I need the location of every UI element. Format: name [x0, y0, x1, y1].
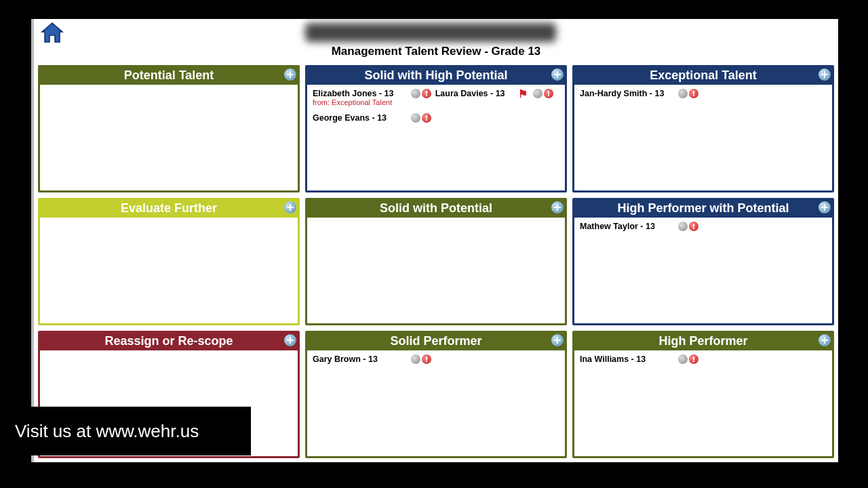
status-dot-alert-icon[interactable]: [689, 222, 698, 231]
status-dot-alert-icon[interactable]: [689, 354, 698, 364]
cell-body[interactable]: Jan-Hardy Smith - 13: [574, 85, 832, 116]
cell-body[interactable]: Elizabeth Jones - 13from: Exceptional Ta…: [307, 85, 565, 140]
cell-header: Exceptional Talent: [574, 67, 832, 85]
page-title: Management Talent Review - Grade 13: [34, 45, 838, 58]
top-bar: Management Talent Review - Grade 13: [34, 19, 838, 60]
cell-header: Evaluate Further: [40, 200, 298, 218]
cell-exceptional-talent: Exceptional TalentJan-Hardy Smith - 13: [572, 65, 834, 192]
status-dot-grey-icon[interactable]: [533, 89, 542, 98]
video-caption: Visit us at www.wehr.us: [0, 407, 251, 455]
flag-icon: ⚑: [518, 87, 528, 100]
person-entry[interactable]: Gary Brown - 13: [313, 354, 431, 378]
person-entry[interactable]: George Evans - 13: [313, 113, 431, 136]
person-name: Jan-Hardy Smith - 13: [580, 89, 674, 98]
add-icon[interactable]: [818, 201, 831, 214]
status-icons: [678, 354, 698, 364]
cell-header: Solid with High Potential: [307, 67, 565, 85]
cell-solid-performer: Solid PerformerGary Brown - 13: [305, 331, 567, 458]
cell-potential-talent: Potential Talent: [38, 65, 300, 192]
status-dot-grey-icon[interactable]: [678, 222, 688, 231]
add-icon[interactable]: [284, 201, 296, 214]
add-icon[interactable]: [551, 201, 564, 214]
cell-body[interactable]: Ina Williams - 13: [574, 350, 832, 382]
person-name: Gary Brown - 13: [313, 354, 407, 364]
person-name: Ina Williams - 13: [580, 354, 674, 364]
person-name: George Evans - 13: [313, 113, 407, 123]
status-dot-alert-icon[interactable]: [689, 89, 698, 98]
person-entry[interactable]: Mathew Taylor - 13: [580, 222, 698, 245]
status-dot-grey-icon[interactable]: [411, 354, 420, 364]
add-icon[interactable]: [284, 68, 296, 81]
person-note: from: Exceptional Talent: [313, 98, 407, 106]
person-name: Mathew Taylor - 13: [580, 222, 674, 231]
cell-body[interactable]: Mathew Taylor - 13: [574, 218, 832, 249]
add-icon[interactable]: [551, 68, 564, 81]
app-frame: Management Talent Review - Grade 13 Pote…: [31, 19, 838, 462]
cell-high-performer: High PerformerIna Williams - 13: [572, 331, 834, 458]
status-dot-alert-icon[interactable]: [544, 89, 553, 98]
home-icon[interactable]: [39, 20, 65, 46]
cell-evaluate-further: Evaluate Further: [38, 198, 300, 325]
person-entry[interactable]: Elizabeth Jones - 13from: Exceptional Ta…: [313, 89, 431, 112]
cell-header: Solid Performer: [307, 333, 565, 350]
status-dot-grey-icon[interactable]: [678, 89, 688, 98]
status-icons: [411, 113, 431, 123]
cell-body[interactable]: [307, 218, 565, 226]
cell-header: Potential Talent: [40, 67, 298, 85]
add-icon[interactable]: [551, 334, 564, 346]
blurred-header-area: [305, 23, 556, 42]
cell-solid-high-potential: Solid with High PotentialElizabeth Jones…: [305, 65, 567, 192]
person-entry[interactable]: Jan-Hardy Smith - 13: [580, 89, 698, 112]
person-entry[interactable]: Ina Williams - 13: [580, 354, 698, 378]
cell-body[interactable]: [40, 218, 298, 226]
status-dot-grey-icon[interactable]: [678, 354, 688, 364]
status-dot-grey-icon[interactable]: [411, 89, 420, 98]
cell-header: Reassign or Re-scope: [40, 333, 298, 350]
cell-body[interactable]: [40, 85, 298, 93]
cell-header: High Performer with Potential: [574, 200, 832, 218]
status-icons: [533, 89, 553, 98]
person-entry[interactable]: Laura Davies - 13⚑: [435, 89, 554, 112]
nine-box-grid: Potential TalentSolid with High Potentia…: [38, 65, 834, 458]
status-icons: [411, 354, 431, 364]
cell-solid-with-potential: Solid with Potential: [305, 198, 567, 325]
cell-body[interactable]: [40, 350, 298, 359]
add-icon[interactable]: [818, 334, 831, 346]
status-dot-alert-icon[interactable]: [422, 113, 431, 123]
cell-high-performer-potential: High Performer with PotentialMathew Tayl…: [572, 198, 834, 325]
status-icons: [678, 89, 698, 98]
cell-body[interactable]: Gary Brown - 13: [307, 350, 565, 382]
person-name: Elizabeth Jones - 13: [313, 89, 407, 98]
person-name: Laura Davies - 13: [435, 89, 530, 98]
status-dot-alert-icon[interactable]: [422, 354, 431, 364]
cell-header: Solid with Potential: [307, 200, 565, 218]
add-icon[interactable]: [284, 334, 296, 346]
cell-header: High Performer: [574, 333, 832, 350]
add-icon[interactable]: [818, 68, 831, 81]
caption-text: Visit us at www.wehr.us: [15, 421, 199, 442]
status-icons: [411, 89, 431, 98]
status-icons: [678, 222, 698, 231]
status-dot-alert-icon[interactable]: [422, 89, 431, 98]
status-dot-grey-icon[interactable]: [411, 113, 420, 123]
